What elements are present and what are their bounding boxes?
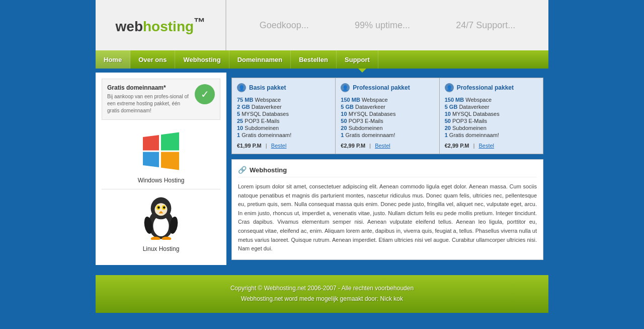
pkg1-feature-3: 25 POP3 E-Mails	[237, 117, 330, 124]
package-pro1-icon: 👤	[341, 83, 350, 92]
logo-area: webhosting™	[96, 0, 226, 50]
pkg3-feature-3: 50 POP3 E-Mails	[445, 117, 538, 124]
tagline-3: 24/7 Support...	[456, 20, 515, 31]
nav-item-bestellen[interactable]: Bestellen	[291, 50, 337, 69]
pkg2-order-link[interactable]: Bestel	[375, 143, 390, 149]
windows-logo-icon	[141, 131, 181, 171]
package-basis-icon: 👤	[237, 83, 246, 92]
pkg2-price: €2,99 P.M	[341, 143, 365, 149]
pkg1-feature-1: 2 GB Dataverkeer	[237, 103, 330, 110]
package-pro2-name: Professional pakket	[457, 84, 514, 91]
content-section: 🔗 Webhosting Lorem ipsum dolor sit amet,…	[231, 159, 543, 260]
pkg1-price-row: €1,99 P.M | Bestel	[237, 143, 330, 149]
package-pro1-name: Professional pakket	[353, 84, 410, 91]
linux-logo-icon	[141, 194, 181, 240]
sidebar: Gratis domeinnaam* Bij aankoop van een p…	[96, 73, 226, 265]
pkg2-feature-5: 1 Gratis domeinnaam!	[341, 131, 434, 139]
pkg1-price: €1,99 P.M	[237, 143, 262, 149]
pkg1-feature-0: 75 MB Webspace	[237, 96, 330, 103]
nav-item-support[interactable]: Support	[337, 50, 378, 69]
pkg2-feature-2: 10 MYSQL Databases	[341, 110, 434, 117]
nav-arrow	[358, 69, 366, 73]
pkg2-feature-0: 150 MB Webspace	[341, 96, 434, 103]
footer-line-2: Webhosting.net word mede mogelijk gemaak…	[104, 294, 540, 305]
pkg2-feature-4: 20 Subdomeinen	[341, 124, 434, 131]
pkg3-order-link[interactable]: Bestel	[478, 143, 494, 149]
sidebar-section-windows[interactable]: Windows Hosting	[102, 126, 220, 189]
promo-desc: Bij aankoop van een profes-sional of een…	[107, 93, 191, 114]
svg-point-11	[163, 206, 166, 209]
pkg1-feature-5: 1 Gratis domeinnaam!	[237, 131, 330, 139]
packages-container: 👤 Basis pakket 75 MB Webspace 2 GB Datav…	[231, 78, 543, 154]
promo-text: Gratis domeinnaam* Bij aankoop van een p…	[107, 84, 191, 114]
pkg3-feature-2: 10 MYSQL Databases	[445, 110, 538, 117]
linux-hosting-label: Linux Hosting	[102, 245, 220, 252]
pkg3-feature-4: 20 Subdomeinen	[445, 124, 538, 131]
svg-point-7	[154, 203, 167, 216]
logo-tm: ™	[194, 16, 205, 29]
package-basis-name: Basis pakket	[249, 84, 286, 91]
content: Gratis domeinnaam* Bij aankoop van een p…	[96, 73, 548, 265]
navigation: Home Over ons Webhosting Domeinnamen Bes…	[96, 50, 548, 69]
package-professional-1: 👤 Professional pakket 150 MB Webspace 5 …	[336, 78, 439, 154]
footer: Copyright © Webhosting.net 2006-2007 - A…	[96, 275, 548, 313]
logo-highlight: hosting	[143, 19, 194, 34]
pkg1-feature-2: 5 MYSQL Databases	[237, 110, 330, 117]
svg-marker-2	[143, 152, 159, 167]
header: webhosting™ Goedkoop... 99% uptime... 24…	[96, 0, 548, 50]
pkg3-price-row: €2,99 P.M | Bestel	[445, 143, 538, 149]
content-section-header: 🔗 Webhosting	[238, 166, 537, 177]
check-icon: ✓	[195, 84, 215, 104]
pkg2-feature-3: 50 POP3 E-Mails	[341, 117, 434, 124]
nav-item-domeinnamen[interactable]: Domeinnamen	[229, 50, 291, 69]
taglines: Goedkoop... 99% uptime... 24/7 Support..…	[226, 0, 548, 50]
link-icon: 🔗	[238, 166, 247, 174]
content-body: Lorem ipsum dolor sit amet, consectetuer…	[238, 182, 537, 253]
package-professional-2: 👤 Professional pakket 150 MB Webspace 5 …	[440, 78, 543, 154]
nav-item-webhosting[interactable]: Webhosting	[175, 50, 229, 69]
promo-title: Gratis domeinnaam*	[107, 84, 191, 91]
package-pro1-header: 👤 Professional pakket	[341, 83, 434, 92]
main-content: 👤 Basis pakket 75 MB Webspace 2 GB Datav…	[226, 73, 548, 265]
promo-box: Gratis domeinnaam* Bij aankoop van een p…	[102, 79, 220, 120]
svg-marker-1	[161, 132, 179, 150]
svg-marker-0	[143, 135, 159, 150]
footer-line-1: Copyright © Webhosting.net 2006-2007 - A…	[104, 283, 540, 294]
tagline-2: 99% uptime...	[355, 20, 410, 31]
svg-point-10	[157, 206, 160, 209]
nav-item-home[interactable]: Home	[96, 50, 130, 69]
pkg2-feature-1: 5 GB Dataverkeer	[341, 103, 434, 110]
package-pro2-icon: 👤	[445, 83, 454, 92]
pkg3-feature-0: 150 MB Webspace	[445, 96, 538, 103]
pkg1-feature-4: 10 Subdomeinen	[237, 124, 330, 131]
pkg3-feature-5: 1 Gratis domeinnaam!	[445, 131, 538, 139]
pkg3-feature-1: 5 GB Dataverkeer	[445, 103, 538, 110]
tagline-1: Goedkoop...	[260, 20, 309, 31]
windows-hosting-label: Windows Hosting	[102, 177, 220, 184]
nav-item-over-ons[interactable]: Over ons	[130, 50, 175, 69]
package-pro2-header: 👤 Professional pakket	[445, 83, 538, 92]
pkg1-order-link[interactable]: Bestel	[271, 143, 287, 149]
svg-marker-3	[161, 152, 179, 170]
package-basis: 👤 Basis pakket 75 MB Webspace 2 GB Datav…	[232, 78, 335, 154]
package-basis-header: 👤 Basis pakket	[237, 83, 330, 92]
logo: webhosting™	[116, 16, 206, 35]
content-section-title: Webhosting	[250, 166, 287, 174]
sidebar-section-linux[interactable]: Linux Hosting	[102, 189, 220, 257]
pkg2-price-row: €2,99 P.M | Bestel	[341, 143, 434, 149]
pkg3-price: €2,99 P.M	[445, 143, 469, 149]
